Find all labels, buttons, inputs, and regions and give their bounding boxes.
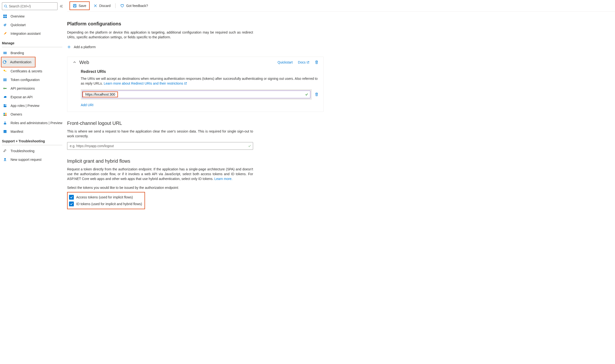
- search-box[interactable]: [2, 2, 57, 10]
- sidebar-item-label: Expose an API: [11, 95, 33, 99]
- quickstart-icon: [3, 23, 7, 27]
- sidebar-item-label: Branding: [11, 51, 24, 55]
- redirect-learn-more-link[interactable]: Learn more about Redirect URIs and their…: [104, 81, 187, 85]
- authentication-icon: [2, 60, 7, 64]
- save-button[interactable]: Save: [69, 1, 90, 10]
- id-tokens-checkbox[interactable]: ID tokens (used for implicit and hybrid …: [69, 201, 142, 207]
- quickstart-link[interactable]: Quickstart: [277, 60, 293, 64]
- redirect-uris-desc: The URIs we will accept as destinations …: [81, 76, 318, 86]
- delete-platform-button[interactable]: [315, 60, 318, 64]
- checkbox-label: Access tokens (used for implicit flows): [76, 195, 133, 199]
- svg-point-16: [5, 104, 6, 106]
- feedback-button[interactable]: Got feedback?: [118, 1, 151, 10]
- svg-rect-4: [3, 16, 5, 18]
- divider: [2, 47, 62, 47]
- manifest-icon: { }: [3, 130, 7, 134]
- svg-rect-12: [5, 78, 5, 81]
- svg-rect-18: [4, 113, 5, 114]
- sidebar-item-label: Manifest: [11, 130, 23, 133]
- svg-rect-28: [74, 4, 76, 5]
- app-roles-icon: [3, 104, 7, 108]
- chevron-double-left-icon: [60, 5, 63, 8]
- access-tokens-checkbox[interactable]: Access tokens (used for implicit flows): [69, 194, 142, 201]
- sidebar-item-app-roles[interactable]: App roles | Preview: [2, 101, 67, 110]
- svg-text:{ }: { }: [4, 130, 6, 133]
- sidebar-section-support: Support + Troubleshooting: [2, 136, 67, 144]
- check-icon: [248, 144, 251, 148]
- check-icon: [305, 93, 308, 96]
- collapse-sidebar-button[interactable]: [57, 2, 65, 10]
- svg-rect-29: [74, 6, 76, 7]
- trash-icon: [315, 60, 318, 64]
- sidebar-item-new-support-request[interactable]: New support request: [2, 155, 67, 164]
- add-platform-label: Add a platform: [74, 45, 96, 49]
- implicit-grant-desc: Request a token directly from the author…: [67, 167, 253, 182]
- redirect-uri-input[interactable]: [83, 92, 117, 96]
- divider: [2, 145, 62, 145]
- toolbar-label: Got feedback?: [126, 4, 148, 8]
- toolbar-separator: [115, 3, 116, 8]
- implicit-select-prompt: Select the tokens you would like to be i…: [67, 186, 324, 190]
- sidebar-item-label: Token configuration: [11, 78, 39, 82]
- sidebar-item-owners[interactable]: Owners: [2, 110, 67, 119]
- external-link-icon: [307, 61, 309, 64]
- sidebar-item-label: Certificates & secrets: [11, 69, 42, 73]
- toolbar-label: Discard: [99, 4, 110, 8]
- collapse-platform-button[interactable]: [72, 60, 77, 65]
- api-permissions-icon: [3, 86, 7, 91]
- sidebar-item-label: Overview: [11, 14, 25, 18]
- sidebar-item-api-permissions[interactable]: API permissions: [2, 84, 67, 93]
- implicit-learn-more-link[interactable]: Learn more.: [214, 177, 232, 181]
- branding-icon: [3, 51, 7, 55]
- platform-config-desc: Depending on the platform or device this…: [67, 30, 253, 40]
- implicit-grant-title: Implicit grant and hybrid flows: [67, 158, 324, 164]
- sidebar-item-quickstart[interactable]: Quickstart: [2, 21, 67, 29]
- docs-link[interactable]: Docs: [298, 60, 309, 64]
- svg-rect-11: [4, 78, 4, 81]
- add-platform-button[interactable]: Add a platform: [67, 43, 324, 51]
- sidebar-item-troubleshooting[interactable]: Troubleshooting: [2, 147, 67, 155]
- svg-point-14: [4, 88, 5, 89]
- search-input[interactable]: [9, 4, 55, 8]
- sidebar-item-label: Roles and administrators | Preview: [11, 121, 62, 125]
- sidebar-item-manifest[interactable]: { } Manifest: [2, 127, 67, 136]
- sidebar-item-overview[interactable]: Overview: [2, 12, 67, 21]
- expose-api-icon: [3, 95, 7, 99]
- checkbox-checked-icon: [69, 202, 74, 206]
- frontchannel-logout-input[interactable]: [67, 142, 253, 150]
- svg-rect-23: [4, 123, 6, 124]
- sidebar-item-roles-administrators[interactable]: Roles and administrators | Preview: [2, 119, 67, 127]
- sidebar: Overview Quickstart Integration assistan…: [0, 0, 67, 364]
- delete-uri-button[interactable]: [315, 92, 318, 96]
- discard-button[interactable]: Discard: [91, 1, 113, 10]
- sidebar-item-branding[interactable]: Branding: [2, 49, 67, 57]
- heart-icon: [120, 4, 124, 8]
- svg-point-15: [4, 104, 5, 106]
- platform-config-title: Platform configurations: [67, 21, 324, 26]
- platform-card-web: Web Quickstart Docs Redirect URIs The UR…: [67, 57, 324, 112]
- redirect-learn-more-label: Learn more about Redirect URIs and their…: [104, 81, 183, 85]
- sidebar-item-integration-assistant[interactable]: Integration assistant: [2, 29, 67, 38]
- docs-link-label: Docs: [298, 60, 306, 64]
- svg-rect-17: [4, 106, 6, 107]
- svg-rect-20: [4, 115, 5, 116]
- sidebar-section-manage: Manage: [2, 38, 67, 47]
- key-icon: [3, 69, 7, 73]
- svg-point-8: [5, 61, 6, 62]
- checkbox-label: ID tokens (used for implicit and hybrid …: [76, 202, 142, 206]
- redirect-uri-field[interactable]: [82, 91, 310, 98]
- sidebar-item-label: API permissions: [11, 87, 35, 90]
- sidebar-item-expose-api[interactable]: Expose an API: [2, 93, 67, 101]
- roles-admin-icon: [3, 121, 7, 125]
- sidebar-item-label: App roles | Preview: [11, 104, 39, 108]
- add-uri-button[interactable]: Add URI: [81, 103, 318, 107]
- trash-icon: [315, 92, 318, 96]
- sidebar-item-token-configuration[interactable]: Token configuration: [2, 76, 67, 84]
- sidebar-item-label: Troubleshooting: [11, 149, 35, 153]
- sidebar-item-certificates-secrets[interactable]: Certificates & secrets: [2, 67, 67, 76]
- checkbox-checked-icon: [69, 195, 74, 200]
- svg-rect-6: [3, 52, 7, 54]
- sidebar-item-authentication[interactable]: Authentication: [1, 58, 35, 66]
- token-icon: [3, 78, 7, 82]
- frontchannel-logout-desc: This is where we send a request to have …: [67, 129, 253, 139]
